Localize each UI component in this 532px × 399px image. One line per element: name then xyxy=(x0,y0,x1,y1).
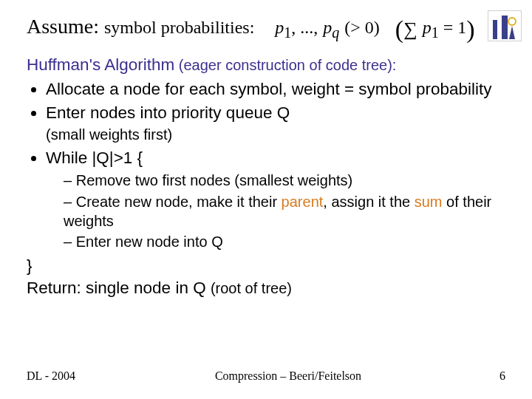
math-p1: p1 xyxy=(275,18,291,37)
assume-text: symbol probabilities: xyxy=(104,18,254,37)
heading-sub: (eager construction of code tree): xyxy=(174,57,396,73)
math-gt0: (> 0) xyxy=(344,18,380,37)
assume-line: Assume: symbol probabilities: p1, ..., p… xyxy=(27,15,505,44)
inner-enter: Enter new node into Q xyxy=(64,233,505,252)
heading-main: Huffman's Algorithm xyxy=(27,55,174,74)
return-sub: (root of tree) xyxy=(211,280,292,296)
note-small-weights: (small weights first) xyxy=(46,126,505,143)
bullet-enter-queue: Enter nodes into priority queue Q xyxy=(46,103,505,123)
footer: DL - 2004 Compression – Beeri/Feitelson … xyxy=(0,369,532,383)
sigma-icon: ∑ xyxy=(403,18,417,41)
while-text: While |Q|>1 { xyxy=(46,149,143,167)
bullet-while: While |Q|>1 { Remove two first nodes (sm… xyxy=(46,148,505,252)
math-sum-p1: p1 xyxy=(423,18,439,37)
paren-close: ) xyxy=(466,16,474,43)
return-line: Return: single node in Q (root of tree) xyxy=(27,277,505,299)
bullet-list: Allocate a node for each symbol, weight … xyxy=(27,79,505,123)
footer-center: Compression – Beeri/Feitelson xyxy=(115,369,461,383)
inner-list: Remove two first nodes (smallest weights… xyxy=(46,171,505,251)
inner-remove: Remove two first nodes (smallest weights… xyxy=(64,171,505,191)
footer-left: DL - 2004 xyxy=(27,369,115,383)
math-pq: pq xyxy=(323,18,339,37)
word-parent: parent xyxy=(282,194,324,210)
word-sum: sum xyxy=(415,194,443,210)
closing-brace: } xyxy=(27,255,505,277)
bullet-allocate: Allocate a node for each symbol, weight … xyxy=(46,79,505,100)
bullet-list-2: While |Q|>1 { Remove two first nodes (sm… xyxy=(27,148,505,252)
math-sum-eq: = 1 xyxy=(439,18,467,37)
algorithm-heading: Huffman's Algorithm (eager construction … xyxy=(27,55,505,75)
institution-logo xyxy=(488,10,522,41)
inner-create: Create new node, make it their parent, a… xyxy=(64,193,505,231)
math-ellipsis: , ..., xyxy=(291,18,318,37)
assume-prefix: Assume: xyxy=(27,15,99,38)
footer-page-number: 6 xyxy=(461,369,505,383)
slide: Assume: symbol probabilities: p1, ..., p… xyxy=(0,0,532,399)
closing-block: } Return: single node in Q (root of tree… xyxy=(27,255,505,300)
paren-open: ( xyxy=(395,16,403,43)
